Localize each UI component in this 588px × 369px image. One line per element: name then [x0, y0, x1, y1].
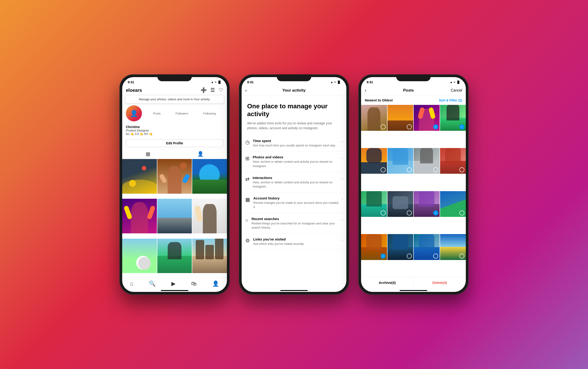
delete-button[interactable]: Delete(4) — [414, 277, 466, 288]
menu-item-text-interactions: Interactions View, archive or delete con… — [253, 176, 340, 189]
post-cell-6[interactable] — [388, 148, 413, 174]
menu-item-text-history: Account history Review changes you've ma… — [253, 196, 340, 209]
photo-cell-8 — [157, 239, 192, 273]
photos-icon: ⊞ — [245, 156, 250, 161]
followers-stat: Followers — [176, 112, 188, 115]
profile-info: Christine Product Designer NJ 🤙 CA 🤙 NY … — [122, 123, 227, 138]
menu-item-time-spent[interactable]: ◷ Time spent See how much time you usual… — [242, 135, 346, 151]
post-cell-2[interactable] — [388, 105, 413, 131]
post-cell-8[interactable] — [440, 148, 466, 174]
select-circle-1[interactable] — [381, 124, 386, 130]
home-indicator-2 — [280, 290, 308, 291]
select-circle-4[interactable]: ✓ — [459, 124, 464, 130]
select-circle-9[interactable] — [381, 210, 386, 216]
status-icons-3: ▲ ≈ ▐▌ — [450, 80, 461, 84]
add-icon[interactable]: ➕ — [200, 87, 207, 93]
select-circle-12[interactable] — [459, 210, 464, 216]
activity-back-button[interactable]: ‹ — [245, 88, 252, 93]
select-circle-13[interactable]: ✓ — [381, 254, 386, 259]
menu-item-interactions[interactable]: ⇄ Interactions View, archive or delete c… — [242, 172, 346, 192]
signal-icon-1: ▲ — [211, 80, 214, 84]
post-cell-10[interactable] — [388, 191, 413, 217]
select-circle-5[interactable] — [381, 167, 386, 172]
post-cell-9[interactable] — [361, 191, 387, 217]
activity-title: One place to manage your activity — [247, 102, 341, 118]
profile-nav-icon[interactable]: 👤 — [212, 280, 219, 287]
photos-chevron-icon: › — [342, 156, 343, 160]
search-nav-icon[interactable]: 🔍 — [149, 280, 156, 287]
interactions-chevron-icon: › — [342, 177, 343, 180]
select-circle-15[interactable] — [433, 254, 438, 259]
photo-1 — [122, 159, 157, 194]
search-icon: ○ — [245, 217, 248, 223]
posts-title: Posts — [403, 88, 414, 93]
post-cell-1[interactable] — [361, 105, 387, 131]
notch-2 — [277, 74, 311, 81]
recent-searches-label: Recent searches — [252, 217, 340, 221]
home-nav-icon[interactable]: ⌂ — [130, 280, 134, 287]
post-cell-3[interactable]: ✓ — [414, 105, 440, 131]
activity-hero: One place to manage your activity We've … — [242, 95, 346, 135]
post-cell-14[interactable] — [388, 234, 413, 260]
select-circle-7[interactable] — [433, 167, 438, 172]
photo-6 — [192, 199, 227, 233]
status-icons-2: ▲ ≈ ▐▌ — [331, 80, 341, 84]
select-circle-14[interactable] — [407, 254, 412, 259]
menu-icon[interactable]: ☰ — [210, 87, 215, 93]
post-cell-12[interactable] — [440, 191, 466, 217]
menu-item-text-photos: Photos and videos View, archive or delet… — [253, 155, 340, 168]
phone-1-profile: 9:41 ▲ ≈ ▐▌ eloears ➕ ☰ ♡ Manage your ph… — [119, 74, 230, 295]
select-circle-11[interactable]: ✓ — [433, 210, 438, 216]
post-cell-15[interactable] — [414, 234, 440, 260]
select-circle-3[interactable]: ✓ — [433, 124, 438, 130]
select-circle-16[interactable] — [459, 254, 464, 259]
menu-item-text-time: Time spent See how much time you usually… — [253, 139, 340, 148]
select-circle-10[interactable] — [407, 210, 412, 216]
edit-profile-button[interactable]: Edit Profile — [126, 139, 223, 147]
post-cell-11[interactable]: ✓ — [414, 191, 440, 217]
post-cell-4[interactable]: ✓ — [440, 105, 466, 131]
photo-5 — [157, 199, 192, 233]
photo-cell-7 — [122, 239, 157, 273]
archive-button[interactable]: Archive(4) — [361, 277, 414, 288]
sort-filter-button[interactable]: Sort & Filter (1) — [439, 99, 462, 102]
grid-tab-icon[interactable]: ▦ — [146, 151, 150, 157]
photo-2 — [157, 159, 192, 194]
posts-back-button[interactable]: ‹ — [365, 88, 366, 93]
menu-item-account-history[interactable]: ▦ Account history Review changes you've … — [242, 192, 346, 213]
post-cell-5[interactable] — [361, 148, 387, 174]
profile-name: Christine — [126, 125, 223, 129]
notch-1 — [157, 74, 192, 81]
photo-cell-1 — [122, 159, 157, 194]
status-icons-1: ▲ ≈ ▐▌ — [211, 80, 222, 84]
photo-8 — [157, 239, 192, 273]
tab-icons: ▦ 👤 — [122, 149, 227, 159]
links-chevron-icon: › — [342, 238, 343, 242]
bottom-actions: Archive(4) Delete(4) — [361, 277, 466, 288]
interactions-icon: ⇄ — [245, 176, 250, 182]
posts-cancel-button[interactable]: Cancel — [451, 88, 462, 92]
menu-item-links-visited[interactable]: ⚙ Links you've visited See which links y… — [242, 234, 346, 250]
post-cell-13[interactable]: ✓ — [361, 234, 387, 260]
wifi-icon-3: ≈ — [454, 80, 455, 84]
menu-item-photos-videos[interactable]: ⊞ Photos and videos View, archive or del… — [242, 151, 346, 172]
menu-item-recent-searches[interactable]: ○ Recent searches Review things you've s… — [242, 213, 346, 234]
time-1: 9:41 — [128, 80, 134, 84]
select-circle-2[interactable] — [407, 124, 412, 130]
post-cell-16[interactable] — [440, 234, 466, 260]
profile-location: NJ 🤙 CA 🤙 NY 🤙 — [126, 132, 223, 136]
username-label: eloears — [126, 88, 142, 93]
reels-nav-icon[interactable]: ▶ — [171, 280, 176, 287]
history-chevron-icon: › — [342, 197, 343, 201]
filter-row: Newest to Oldest Sort & Filter (1) — [361, 95, 466, 105]
time-chevron-icon: › — [342, 140, 343, 143]
stats-container: Posts Followers Following — [146, 112, 223, 115]
tagged-tab-icon[interactable]: 👤 — [197, 151, 203, 157]
post-cell-7[interactable] — [414, 148, 440, 174]
account-history-label: Account history — [253, 196, 340, 200]
photo-cell-9 — [192, 239, 227, 273]
battery-icon-2: ▐▌ — [337, 80, 341, 84]
shop-nav-icon[interactable]: 🛍 — [191, 280, 197, 287]
photo-cell-5 — [157, 199, 192, 233]
heart-icon[interactable]: ♡ — [219, 87, 223, 93]
